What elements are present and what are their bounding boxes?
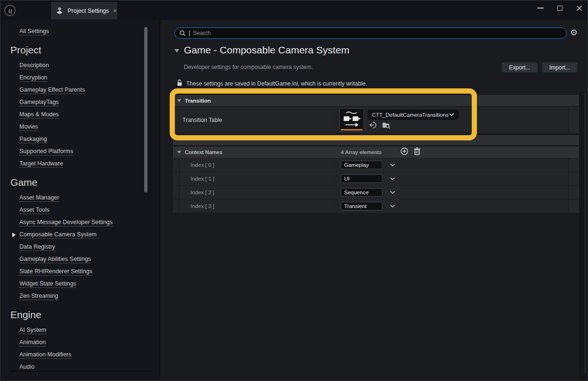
transition-table-asset-dropdown[interactable]: CTT_DefaultCameraTransitions: [368, 110, 458, 120]
indent-guide: [179, 186, 180, 199]
sidebar-section-engine: Engine: [10, 308, 160, 321]
sidebar-item-movies[interactable]: Movies: [19, 121, 160, 133]
array-row-1: Index [ 1 ]: [173, 172, 579, 185]
collapse-arrow-icon[interactable]: [177, 151, 181, 154]
array-row-3: Index [ 3 ]: [173, 199, 579, 213]
context-name-input-1[interactable]: [341, 174, 382, 183]
project-settings-icon: [56, 7, 63, 15]
maximize-button[interactable]: [556, 5, 563, 11]
tab-project-settings[interactable]: Project Settings ×: [51, 2, 117, 19]
sidebar-item-composable-camera-system[interactable]: Composable Camera System: [19, 229, 160, 241]
column-divider: [336, 186, 337, 199]
browse-to-asset-button[interactable]: [382, 121, 390, 129]
text-caret: [189, 30, 190, 36]
chevron-down-icon: [449, 113, 454, 116]
collapse-arrow-icon[interactable]: [177, 99, 181, 102]
sidebar-item-packaging[interactable]: Packaging: [19, 133, 160, 146]
sidebar-divider: [10, 371, 152, 372]
index-label: Index [ 1 ]: [190, 176, 215, 182]
context-name-input-2[interactable]: [341, 188, 382, 197]
add-element-button[interactable]: [400, 147, 408, 157]
sidebar-item-data-registry[interactable]: Data Registry: [19, 241, 160, 253]
chevron-down-icon[interactable]: [390, 205, 395, 208]
sidebar-item-audio[interactable]: Audio: [19, 361, 160, 373]
sidebar-item-asset-manager[interactable]: Asset Manager: [19, 192, 160, 204]
column-divider: [336, 172, 337, 185]
transition-table-thumbnail[interactable]: [339, 108, 364, 131]
sidebar-item-asset-tools[interactable]: Asset Tools: [19, 204, 160, 216]
search-icon: [180, 30, 186, 36]
sidebar-item-all-settings[interactable]: All Settings: [19, 26, 160, 38]
context-name-input-3[interactable]: [341, 202, 382, 210]
row-right-cell: [569, 172, 579, 185]
context-name-input-0[interactable]: [341, 161, 382, 169]
chevron-down-icon[interactable]: [390, 191, 395, 194]
use-selected-asset-button[interactable]: [369, 121, 377, 129]
browse-to-asset-icon: [382, 121, 390, 129]
transition-table-row: Transition Table CTT_DefaultCameraTransi…: [173, 106, 579, 133]
row-right-cell: [569, 106, 579, 133]
search-input[interactable]: [193, 30, 562, 36]
sidebar-item-maps-modes[interactable]: Maps & Modes: [19, 109, 160, 121]
column-divider: [336, 199, 337, 213]
search-bar[interactable]: [174, 27, 567, 39]
array-row-0: Index [ 0 ]: [173, 158, 579, 172]
sidebar-item-gameplay-abilities-settings[interactable]: Gameplay Abilities Settings: [19, 253, 160, 266]
array-row-2: Index [ 2 ]: [173, 185, 579, 199]
row-right-cell: [569, 199, 579, 213]
hidden-section-header: [173, 135, 579, 145]
asset-dropdown-value: CTT_DefaultCameraTransitions: [372, 112, 449, 118]
transition-section-header[interactable]: Transition: [173, 95, 579, 106]
config-file-notice: These settings are saved in DefaultGame.…: [186, 80, 367, 87]
delete-elements-button[interactable]: [414, 147, 421, 157]
sidebar-item-gameplay-effect-parents[interactable]: Gameplay Effect Parents: [19, 84, 160, 96]
close-button[interactable]: [576, 5, 582, 11]
sidebar-section-project: Project: [10, 43, 160, 57]
row-right-cell: [569, 186, 579, 199]
context-names-header[interactable]: Context Names 4 Array elements: [173, 147, 579, 158]
window-controls: [537, 1, 582, 15]
project-settings-window: u Project Settings ×: [0, 0, 588, 381]
settings-main-panel: ⚙ Game - Composable Camera System Develo…: [160, 20, 587, 380]
main-scrollbar[interactable]: [585, 93, 586, 373]
page-subtitle: Developer settings for composable camera…: [184, 64, 313, 70]
index-label: Index [ 3 ]: [190, 203, 215, 209]
sidebar-item-description[interactable]: Description: [19, 60, 160, 72]
sidebar-section-game: Game: [10, 176, 160, 189]
column-divider: [336, 158, 337, 172]
index-label: Index [ 0 ]: [190, 162, 215, 168]
chevron-down-icon[interactable]: [390, 164, 395, 167]
sidebar-item-encryption[interactable]: Encryption: [19, 72, 160, 84]
trash-icon: [414, 147, 421, 156]
indent-guide: [179, 199, 180, 213]
use-selected-asset-icon: [369, 121, 377, 129]
page-collapse-icon[interactable]: [174, 49, 179, 52]
sidebar-item-widget-state-settings[interactable]: Widget State Settings: [19, 278, 160, 290]
context-names-label: Context Names: [185, 149, 222, 155]
search-settings-gear-icon[interactable]: ⚙: [570, 27, 578, 38]
sidebar-item-supported-platforms[interactable]: Supported Platforms: [19, 146, 160, 158]
page-title: Game - Composable Camera System: [184, 44, 349, 56]
sidebar-scrollbar[interactable]: [144, 27, 147, 192]
import-button[interactable]: Import...: [542, 62, 577, 72]
sidebar-item-zen-streaming[interactable]: Zen Streaming: [19, 290, 160, 303]
sidebar-item-gameplaytags[interactable]: GameplayTags: [19, 96, 160, 109]
settings-sidebar: All Settings Project Description Encrypt…: [1, 20, 160, 380]
minimize-button[interactable]: [537, 5, 544, 11]
indent-guide: [179, 172, 180, 185]
sidebar-item-animation[interactable]: Animation: [19, 337, 160, 349]
export-button[interactable]: Export...: [502, 62, 537, 72]
asset-type-color-bar: [341, 129, 363, 130]
sidebar-item-async-message-developer-settings[interactable]: Async Message Developer Settings: [19, 216, 160, 229]
chevron-down-icon[interactable]: [390, 177, 395, 181]
sidebar-item-target-hardware[interactable]: Target Hardware: [19, 158, 160, 170]
indent-guide: [179, 158, 180, 172]
close-icon: [576, 5, 582, 11]
index-label: Index [ 2 ]: [190, 190, 215, 195]
titlebar: u Project Settings ×: [1, 1, 587, 20]
sidebar-item-ai-system[interactable]: AI System: [19, 324, 160, 337]
tab-close-icon[interactable]: ×: [113, 8, 117, 14]
asset-action-icons: [369, 121, 390, 129]
sidebar-item-slate-rhirenderer-settings[interactable]: Slate RHIRenderer Settings: [19, 266, 160, 278]
sidebar-item-animation-modifiers[interactable]: Animation Modifiers: [19, 349, 160, 361]
